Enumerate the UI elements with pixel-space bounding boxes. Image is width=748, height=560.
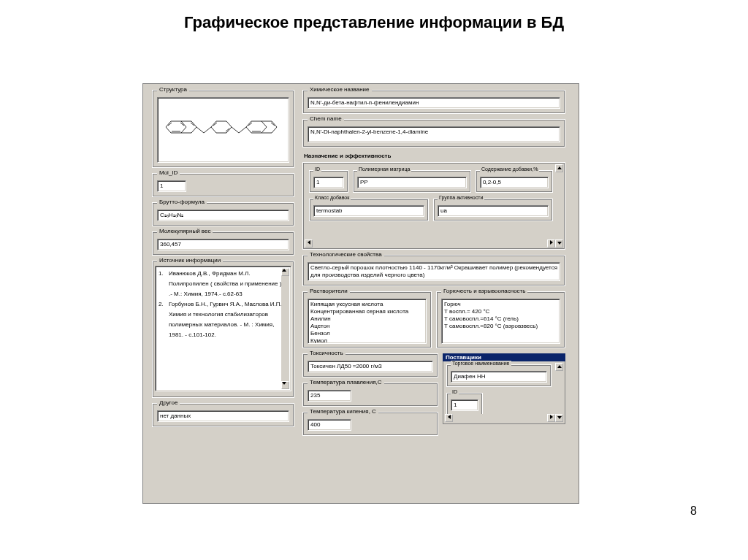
chemname-en-group: Chem name N,N'-Di-naphthalen-2-yl-benzen… (302, 119, 565, 147)
tox-field[interactable]: Токсичен ЛД50 =2000 г/м3 (308, 361, 433, 372)
tech-label: Технологические свойства (308, 251, 384, 258)
chemname-en-label: Chem name (308, 115, 344, 122)
suppliers-body: Торговое наименование Диафен НН ID 1 (443, 361, 565, 424)
page-number: 8 (690, 505, 697, 518)
class-field[interactable]: termostab (313, 205, 424, 217)
fire-group: Горючесть и взрывоопасность Горюч Т восп… (436, 291, 565, 348)
tech-group: Технологические свойства Светло-серый по… (302, 255, 565, 286)
additive-label: Содержание добавки,% (480, 166, 539, 172)
activity-label: Группа активности (438, 195, 484, 200)
supplier-id-field[interactable]: 1 (451, 399, 478, 411)
scrollbar-vertical[interactable] (555, 164, 563, 248)
svg-line-5 (181, 127, 186, 133)
structure-display[interactable] (157, 97, 289, 163)
tox-group: Токсичность Токсичен ЛД50 =2000 г/м3 (302, 353, 438, 377)
svg-line-20 (226, 121, 232, 127)
scroll-down-icon[interactable] (555, 239, 563, 248)
scrollbar-vertical[interactable] (281, 268, 289, 389)
scrollbar-horizontal[interactable] (445, 414, 555, 422)
additive-group: Содержание добавки,% 0,2-0,5 (476, 170, 553, 193)
scroll-up-icon[interactable] (281, 268, 289, 276)
chemname-ru-group: Химическое название N,N'-ди-бета-нафтил-… (302, 90, 565, 114)
scroll-down-icon[interactable] (281, 381, 289, 389)
molid-group: Mol_ID 1 (152, 173, 294, 197)
slide-title: Графическое представление информации в Б… (0, 0, 748, 39)
chemname-ru-label: Химическое название (308, 86, 372, 93)
svg-line-31 (262, 127, 267, 133)
source-label: Источник информации (157, 257, 223, 264)
app-window: Структура (142, 83, 579, 504)
mw-label: Молекулярный вес (157, 228, 213, 234)
molid-label: Mol_ID (157, 169, 180, 176)
other-label: Другое (157, 399, 180, 406)
id-group: ID 1 (309, 170, 348, 193)
purpose-heading: Назначение и эффективность (304, 153, 565, 159)
right-column: Химическое название N,N'-ди-бета-нафтил-… (302, 90, 565, 441)
activity-group: Группа активности ua (433, 199, 553, 221)
svg-line-27 (239, 127, 246, 133)
scroll-down-icon[interactable] (555, 414, 563, 422)
class-label: Класс добавок (313, 195, 351, 200)
svg-marker-1 (181, 121, 196, 133)
fire-field[interactable]: Горюч Т воспл.= 420 °C Т самовоспл.=614 … (441, 299, 560, 344)
source-group: Источник информации 1.Иванюков Д.В., Фри… (152, 261, 294, 398)
source-list[interactable]: 1.Иванюков Д.В., Фридман М.Л. Полипропил… (155, 266, 291, 391)
svg-line-33 (246, 127, 251, 133)
activity-field[interactable]: ua (438, 205, 549, 217)
tox-label: Токсичность (308, 350, 346, 356)
svg-line-23 (211, 127, 216, 133)
solvents-field[interactable]: Кипящая уксусная кислота Концентрированн… (308, 299, 427, 344)
scroll-up-icon[interactable] (555, 164, 563, 172)
mp-label: Температура плавления,С (308, 379, 384, 386)
left-column: Структура (152, 90, 294, 432)
scroll-up-icon[interactable] (555, 363, 563, 371)
svg-line-16 (196, 127, 204, 133)
svg-line-26 (232, 127, 239, 133)
purpose-panel: ID 1 Полимерная матрица PP Содержание до… (302, 162, 565, 250)
bp-field[interactable]: 400 (308, 419, 351, 431)
tech-field[interactable]: Светло-серый порошок плотностью 1140 - 1… (308, 262, 560, 281)
bp-group: Температура кипения, С 400 (302, 412, 438, 436)
id-label: ID (313, 166, 321, 172)
scroll-left-icon[interactable] (445, 414, 453, 422)
formula-field[interactable]: C₂₆H₂₀N₂ (157, 210, 289, 221)
tradename-field[interactable]: Диафен НН (451, 371, 547, 383)
suppliers-panel: Поставщики Торговое наименование Диафен … (443, 353, 565, 424)
formula-label: Брутто-формула (157, 199, 207, 205)
mp-group: Температура плавления,С 235 (302, 383, 438, 407)
mw-group: Молекулярный вес 360,457 (152, 231, 294, 256)
formula-group: Брутто-формула C₂₆H₂₀N₂ (152, 202, 294, 226)
id-field[interactable]: 1 (313, 177, 344, 188)
scrollbar-vertical[interactable] (555, 363, 563, 422)
other-field[interactable]: нет данных (157, 410, 289, 422)
chemname-en-field[interactable]: N,N'-Di-naphthalen-2-yl-benzene-1,4-diam… (308, 126, 560, 142)
supplier-id-group: ID 1 (446, 393, 483, 415)
matrix-field[interactable]: PP (357, 177, 467, 188)
svg-line-10 (191, 127, 196, 133)
scroll-right-icon[interactable] (547, 239, 555, 248)
class-group: Класс добавок termostab (309, 199, 429, 221)
svg-line-7 (166, 127, 171, 133)
scroll-right-icon[interactable] (547, 414, 555, 422)
scrollbar-horizontal[interactable] (305, 239, 555, 248)
svg-line-17 (204, 127, 211, 133)
mp-field[interactable]: 235 (308, 390, 351, 402)
tradename-group: Торговое наименование Диафен НН (446, 364, 552, 387)
molecule-icon (161, 108, 286, 152)
bp-label: Температура кипения, С (308, 408, 378, 415)
list-item: 2.Горбунов Б.Н., Гурвич Я.А., Маслова И.… (159, 299, 286, 340)
additive-field[interactable]: 0,2-0,5 (480, 177, 549, 188)
fire-label: Горючесть и взрывоопасность (441, 288, 527, 294)
matrix-group: Полимерная матрица PP (353, 170, 471, 193)
solvents-label: Растворители (308, 288, 350, 294)
solvents-group: Растворители Кипящая уксусная кислота Ко… (302, 291, 432, 348)
molid-field[interactable]: 1 (157, 180, 186, 192)
mw-field[interactable]: 360,457 (157, 239, 289, 250)
scroll-left-icon[interactable] (305, 239, 313, 248)
supplier-id-label: ID (451, 389, 459, 394)
slide: Графическое представление информации в Б… (0, 0, 748, 560)
chemname-ru-field[interactable]: N,N'-ди-бета-нафтил-п-фенилендиамин (308, 97, 560, 109)
list-item: 1.Иванюков Д.В., Фридман М.Л. Полипропил… (159, 269, 286, 299)
matrix-label: Полимерная матрица (357, 166, 411, 172)
tradename-label: Торговое наименование (451, 361, 511, 366)
